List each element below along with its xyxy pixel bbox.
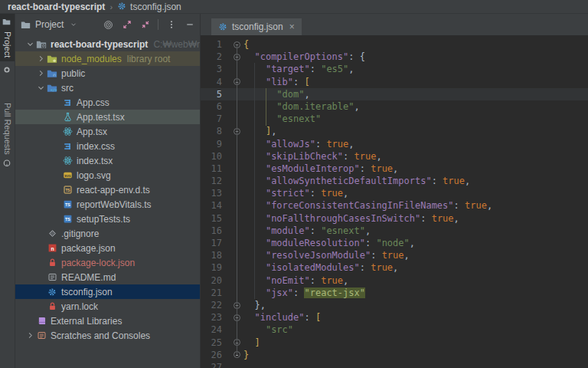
collapse-all-icon[interactable] — [139, 19, 151, 31]
fold-marker-icon[interactable] — [228, 299, 242, 311]
tree-item-external-libraries[interactable]: External Libraries — [15, 314, 200, 328]
editor-line-5[interactable]: 5 "dom", — [201, 88, 588, 100]
ide-window: react-board-typescript › tsconfig.json P… — [0, 0, 588, 368]
tree-item-node-modules[interactable]: node_moduleslibrary root — [15, 51, 200, 66]
editor-line-12[interactable]: 12 "allowSyntheticDefaultImports": true, — [201, 175, 588, 187]
chevron-down-icon[interactable] — [35, 84, 46, 92]
expand-all-icon[interactable] — [121, 19, 132, 31]
code-text: "src" — [242, 324, 588, 336]
css-file-icon — [61, 142, 74, 151]
tree-item-app-test-tsx[interactable]: App.test.tsx — [15, 110, 200, 124]
tree-item-package-json[interactable]: npackage.json — [15, 241, 200, 255]
code-text: "target": "es5", — [242, 63, 588, 75]
line-number: 24 — [201, 324, 228, 336]
tree-item-index-css[interactable]: index.css — [15, 139, 200, 153]
tree-item-logo-svg[interactable]: SVGlogo.svg — [15, 168, 200, 182]
indent-guide — [254, 63, 255, 299]
editor-line-21[interactable]: 21 "jsx": "react-jsx" — [201, 287, 588, 299]
markdown-file-icon — [46, 272, 58, 282]
tree-item-react-app-env-d-ts[interactable]: TSreact-app-env.d.ts — [15, 182, 200, 197]
breadcrumb-separator: › — [109, 2, 113, 12]
ts-def-file-icon: TS — [61, 185, 74, 195]
folder-icon — [2, 18, 12, 28]
tree-item-public[interactable]: ipublic — [15, 66, 200, 80]
editor-line-6[interactable]: 6 "dom.iterable", — [201, 100, 588, 113]
tree-item-readme-md[interactable]: README.md — [15, 270, 200, 284]
code-text: "allowSyntheticDefaultImports": true, — [242, 175, 588, 187]
line-number: 9 — [201, 138, 228, 150]
chevron-right-icon[interactable] — [35, 69, 46, 77]
options-kebab-icon[interactable] — [165, 19, 177, 31]
editor-lines: 1{2 "compilerOptions": {3 "target": "es5… — [201, 35, 588, 368]
tree-item-gitignore[interactable]: .gitignore — [15, 226, 200, 241]
editor-line-15[interactable]: 15 "noFallthroughCasesInSwitch": true, — [201, 212, 588, 225]
editor-line-4[interactable]: 4 "lib": [ — [201, 76, 588, 88]
tool-button-pull-requests[interactable]: Pull Requests — [0, 99, 15, 172]
tree-item-app-tsx[interactable]: App.tsx — [15, 124, 200, 139]
tree-item-react-board-typescript[interactable]: react-board-typescriptC:₩web₩react₩re — [15, 37, 200, 51]
breadcrumb-file[interactable]: tsconfig.json — [130, 2, 181, 12]
tool-button-commit[interactable] — [0, 61, 15, 79]
editor-line-18[interactable]: 18 "resolveJsonModule": true, — [201, 249, 588, 261]
editor-line-3[interactable]: 3 "target": "es5", — [201, 63, 588, 75]
fold-marker-icon[interactable] — [228, 337, 242, 349]
editor-line-27[interactable]: 27 — [201, 361, 588, 368]
fold-marker-icon[interactable] — [228, 349, 242, 361]
chevron-right-icon[interactable] — [35, 54, 46, 63]
tree-item-label: yarn.lock — [61, 301, 98, 312]
tree-item-yarn-lock[interactable]: yarn.lock — [15, 299, 200, 314]
editor-line-9[interactable]: 9 "allowJs": true, — [201, 138, 588, 150]
fold-marker-icon[interactable] — [228, 38, 242, 51]
fold-gutter — [228, 212, 242, 225]
tree-item-app-css[interactable]: App.css — [15, 95, 200, 110]
editor: tsconfig.json × 1{2 "compilerOptions": {… — [201, 14, 588, 368]
tree-item-package-lock-json[interactable]: package-lock.json — [15, 255, 200, 270]
fold-marker-icon[interactable] — [228, 125, 242, 137]
editor-line-25[interactable]: 25 ] — [201, 337, 588, 349]
locate-file-icon[interactable] — [103, 19, 114, 31]
code-text: "module": "esnext", — [242, 225, 588, 237]
tool-button-project[interactable]: Project — [0, 14, 15, 61]
editor-line-1[interactable]: 1{ — [201, 38, 588, 51]
editor-line-17[interactable]: 17 "moduleResolution": "node", — [201, 237, 588, 249]
folder-public-icon: i — [46, 68, 58, 79]
editor-line-22[interactable]: 22 }, — [201, 299, 588, 311]
fold-marker-icon[interactable] — [228, 76, 242, 88]
hide-panel-icon[interactable] — [184, 19, 195, 31]
editor-line-26[interactable]: 26} — [201, 349, 588, 361]
editor-line-13[interactable]: 13 "strict": true, — [201, 187, 588, 199]
editor-line-16[interactable]: 16 "module": "esnext", — [201, 225, 588, 237]
editor-line-2[interactable]: 2 "compilerOptions": { — [201, 51, 588, 63]
editor-line-10[interactable]: 10 "skipLibCheck": true, — [201, 150, 588, 163]
editor-line-20[interactable]: 20 "noEmit": true, — [201, 274, 588, 287]
editor-line-14[interactable]: 14 "forceConsistentCasingInFileNames": t… — [201, 199, 588, 212]
editor-line-8[interactable]: 8 ], — [201, 125, 588, 137]
fold-gutter — [228, 163, 242, 175]
line-number: 13 — [201, 187, 228, 199]
tree-item-setuptests-ts[interactable]: TSsetupTests.ts — [15, 212, 200, 226]
tree-item-tsconfig-json[interactable]: tsconfig.json — [15, 284, 200, 299]
editor-line-19[interactable]: 19 "isolatedModules": true, — [201, 261, 588, 274]
line-number: 15 — [201, 212, 228, 225]
editor-line-24[interactable]: 24 "src" — [201, 324, 588, 336]
editor-line-7[interactable]: 7 "esnext" — [201, 113, 588, 125]
chevron-down-icon[interactable] — [24, 40, 35, 48]
editor-line-11[interactable]: 11 "esModuleInterop": true, — [201, 163, 588, 175]
tree-item-reportwebvitals-ts[interactable]: TSreportWebVitals.ts — [15, 197, 200, 212]
fold-marker-icon[interactable] — [228, 311, 242, 324]
fold-gutter — [228, 175, 242, 187]
chevron-right-icon[interactable] — [24, 331, 35, 340]
editor-line-23[interactable]: 23 "include": [ — [201, 311, 588, 324]
tree-item-src[interactable]: </>src — [15, 80, 200, 95]
fold-guide-line — [237, 44, 237, 355]
close-icon[interactable]: × — [289, 21, 295, 32]
line-number: 10 — [201, 150, 228, 163]
tree-item-index-tsx[interactable]: index.tsx — [15, 153, 200, 168]
project-view-selector[interactable]: Project — [20, 19, 79, 31]
tsconfig-file-icon — [218, 22, 227, 31]
fold-marker-icon[interactable] — [228, 51, 242, 63]
breadcrumb-project[interactable]: react-board-typescript — [8, 2, 105, 12]
tree-item-label: tsconfig.json — [61, 287, 113, 297]
tree-item-scratches-and-consoles[interactable]: Scratches and Consoles — [15, 328, 200, 343]
tab-tsconfig-json[interactable]: tsconfig.json × — [211, 18, 302, 35]
